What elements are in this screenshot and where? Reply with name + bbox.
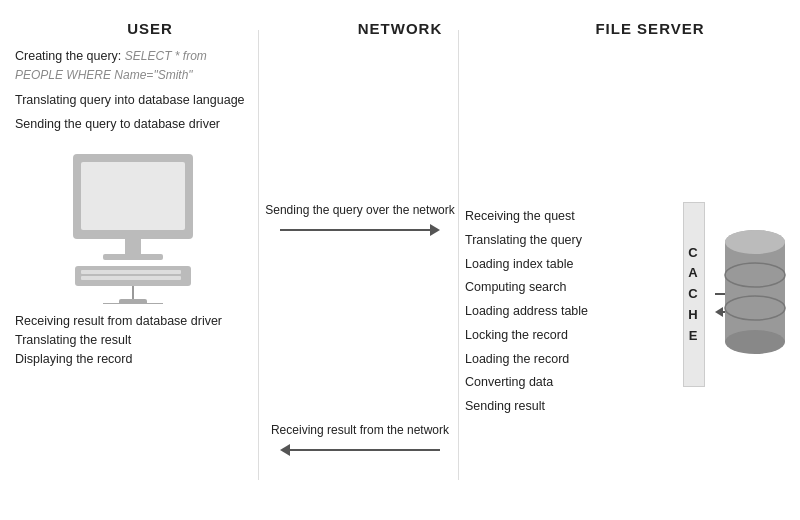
user-column: Creating the query: SELECT * from PEOPLE… xyxy=(0,47,260,507)
svg-rect-1 xyxy=(81,162,185,230)
sending-query-driver-text: Sending the query to database driver xyxy=(15,115,250,134)
svg-rect-8 xyxy=(119,299,147,304)
displaying-record-text: Displaying the record xyxy=(15,352,250,366)
svg-point-16 xyxy=(725,230,785,254)
arrow-bottom-label: Receiving result from the network xyxy=(271,422,449,439)
arrow-left-line xyxy=(280,443,440,457)
creating-query-line: Creating the query: SELECT * from PEOPLE… xyxy=(15,47,250,85)
arrow-line xyxy=(280,229,430,231)
fileserver-column: Receiving the questTranslating the query… xyxy=(460,47,800,507)
main-layout: Creating the query: SELECT * from PEOPLE… xyxy=(0,47,800,507)
network-arrow-bottom: Receiving result from the network xyxy=(260,422,460,457)
translating-query-text: Translating query into database language xyxy=(15,91,250,110)
database-svg xyxy=(720,217,790,377)
arrow-right-line xyxy=(280,223,440,237)
cache-label: C A C H E xyxy=(688,243,699,347)
page-container: USER NETWORK FILE SERVER Creating the qu… xyxy=(0,0,800,520)
creating-query-label: Creating the query: xyxy=(15,49,121,63)
user-bottom-texts: Receiving result from database driver Tr… xyxy=(15,314,250,366)
columns-header: USER NETWORK FILE SERVER xyxy=(0,20,800,37)
network-column: Sending the query over the network Recei… xyxy=(260,47,460,507)
arrowhead-left xyxy=(280,444,290,456)
svg-rect-12 xyxy=(725,242,785,342)
svg-rect-3 xyxy=(103,254,163,260)
col-fileserver-header: FILE SERVER xyxy=(520,20,780,37)
arrow-top-label: Sending the query over the network xyxy=(265,202,454,219)
arrowhead-right xyxy=(430,224,440,236)
network-arrow-top: Sending the query over the network xyxy=(260,202,460,237)
col-network-header: NETWORK xyxy=(300,20,500,37)
arrow-line-2 xyxy=(290,449,440,451)
user-top-texts: Creating the query: SELECT * from PEOPLE… xyxy=(15,47,250,134)
col-user-header: USER xyxy=(20,20,280,37)
translating-result-text: Translating the result xyxy=(15,333,250,347)
computer-illustration xyxy=(15,144,250,304)
database-icon xyxy=(720,217,790,380)
svg-point-13 xyxy=(725,330,785,354)
cache-box: C A C H E xyxy=(683,202,705,387)
receiving-result-text: Receiving result from database driver xyxy=(15,314,250,328)
svg-rect-5 xyxy=(81,270,181,274)
fs-step-9: Sending result xyxy=(465,397,790,416)
computer-svg xyxy=(53,144,213,304)
svg-rect-2 xyxy=(125,239,141,254)
svg-rect-6 xyxy=(81,276,181,280)
